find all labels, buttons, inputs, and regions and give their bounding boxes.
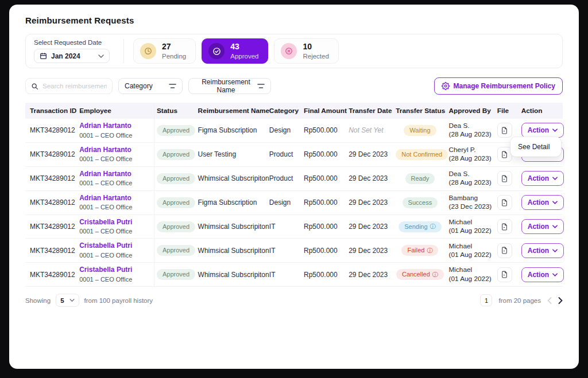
file-cell [495,239,519,263]
reimbursement-name-cell: Whimsical Subscripiton [196,239,267,263]
reimbursement-name-cell: Figma Subscription [196,119,267,142]
employee-name-link[interactable]: Cristabella Putri [79,266,152,275]
file-button[interactable] [497,147,512,162]
action-button[interactable]: Action [521,219,564,234]
total-pages-label: from 20 pages [498,297,541,304]
gear-icon [442,82,450,90]
manage-reimbursement-policy-button[interactable]: Manage Reimbursement Policy [434,77,563,95]
file-button[interactable] [497,171,512,186]
file-button[interactable] [497,267,512,282]
category-cell: IT [267,239,301,263]
date-filter-group: Select Requested Date Jan 2024 [33,39,110,63]
file-icon [501,127,508,134]
status-cell: Approved [154,142,195,166]
employee-cell: Cristabella Putri 0001 – CEO Office [77,239,154,263]
table-row: MKT34289012 Adrian Hartanto 0001 – CEO O… [25,166,563,190]
category-cell: Product [267,142,301,166]
table-row: MKT34289012 Adrian Hartanto 0001 – CEO O… [25,190,563,215]
see-detail-menu-item[interactable]: See Detail [510,137,561,157]
toolbar: Category Reimbursement Name Manage Reimb… [25,77,563,95]
final-amount-cell: Rp500.000 [301,142,346,166]
transfer-date-cell: 29 Dec 2023 [346,263,393,287]
transaction-id-cell: MKT34289012 [25,239,77,263]
employee-name-link[interactable]: Adrian Hartanto [79,170,152,179]
action-button[interactable]: Action [521,171,564,186]
transfer-status-badge: Sendingⓘ [399,221,441,232]
file-cell [495,215,519,239]
transaction-id-cell: MKT34289012 [25,263,77,287]
transfer-status-badge: Failedⓘ [401,245,438,256]
category-cell: Design [267,119,301,142]
file-button[interactable] [497,195,512,210]
reimbursement-name-cell: Whimsical Subscripiton [196,215,267,239]
employee-dept: 0001 – CEO Office [79,275,152,283]
total-records-label: from 100 payroll history [84,297,153,304]
reimbursement-requests-page: Reimbursement Requests Select Requested … [9,5,579,369]
employee-name-link[interactable]: Cristabella Putri [79,218,152,227]
action-cell: Action [519,215,563,239]
file-button[interactable] [497,123,512,138]
action-button-label: Action [528,271,549,279]
search-box[interactable] [25,78,113,94]
employee-name-link[interactable]: Cristabella Putri [79,241,152,251]
action-button[interactable]: Action [521,123,564,138]
action-button[interactable]: Action [521,267,564,282]
search-icon [31,83,38,90]
col-transfer-date: Transfer Date [346,103,393,119]
chevron-down-icon [69,299,75,302]
action-cell: Action [519,263,563,287]
approved-by-cell: Michael (01 Aug 2022) [447,239,495,263]
final-amount-cell: Rp500.000 [301,215,346,239]
transfer-status-cell: Sendingⓘ [393,215,446,239]
next-page-button[interactable] [558,297,563,304]
search-input[interactable] [42,83,107,89]
file-button[interactable] [497,219,512,234]
category-cell: Product [267,166,301,190]
pagination: 1 from 20 pages [480,294,563,306]
employee-name-link[interactable]: Adrian Hartanto [79,146,152,155]
col-file: File [495,103,519,119]
final-amount-cell: Rp500.000 [301,263,346,287]
file-icon [501,151,508,158]
employee-name-link[interactable]: Adrian Hartanto [79,194,152,203]
page-size-select[interactable]: 5 [56,294,79,307]
category-cell: IT [267,263,301,287]
rejected-count: 10 [303,42,328,52]
chevron-down-icon [98,54,104,58]
employee-name-link[interactable]: Adrian Hartanto [79,122,152,131]
action-button[interactable]: Action [521,243,564,258]
stat-card-pending[interactable]: 27 Pending [133,38,196,64]
page-size-value: 5 [60,297,64,304]
date-filter-label: Select Requested Date [34,39,110,46]
x-circle-icon [281,43,297,59]
category-dropdown[interactable]: Category [118,78,183,94]
transfer-date-cell: 29 Dec 2023 [346,190,393,215]
transfer-status-cell: Not Confirmed [393,142,446,166]
transaction-id-cell: MKT34289012 [25,119,77,142]
employee-dept: 0001 – CEO Office [79,131,152,139]
table-row: MKT34289012 Cristabella Putri 0001 – CEO… [25,263,563,287]
clock-icon [140,43,156,59]
transfer-status-badge: Waiting [404,125,436,136]
action-button[interactable]: Action [521,195,564,210]
reimbursement-name-dropdown[interactable]: Reimbursement Name [188,78,271,94]
table-row: MKT34289012 Cristabella Putri 0001 – CEO… [25,215,563,239]
transfer-status-cell: Waiting [393,119,446,142]
stat-card-approved[interactable]: 43 Approved [202,38,268,64]
col-reimbursement-name: Reimbursement Name [196,103,267,119]
approved-by-cell: Cheryl P. (28 Aug 2023) [447,142,495,166]
prev-page-button[interactable] [547,297,552,304]
action-button-label: Action [528,126,549,134]
file-button[interactable] [497,243,512,258]
approved-label: Approved [230,52,258,60]
pending-count: 27 [162,42,186,52]
status-cell: Approved [154,190,195,215]
employee-cell: Cristabella Putri 0001 – CEO Office [77,215,154,239]
employee-cell: Cristabella Putri 0001 – CEO Office [77,263,154,287]
date-select[interactable]: Jan 2024 [34,49,110,63]
transfer-status-badge: Cancelledⓘ [396,269,444,280]
stat-card-rejected[interactable]: 10 Rejected [274,38,338,64]
employee-dept: 0001 – CEO Office [79,203,152,211]
transaction-id-cell: MKT34289012 [25,215,77,239]
file-cell [495,263,519,287]
